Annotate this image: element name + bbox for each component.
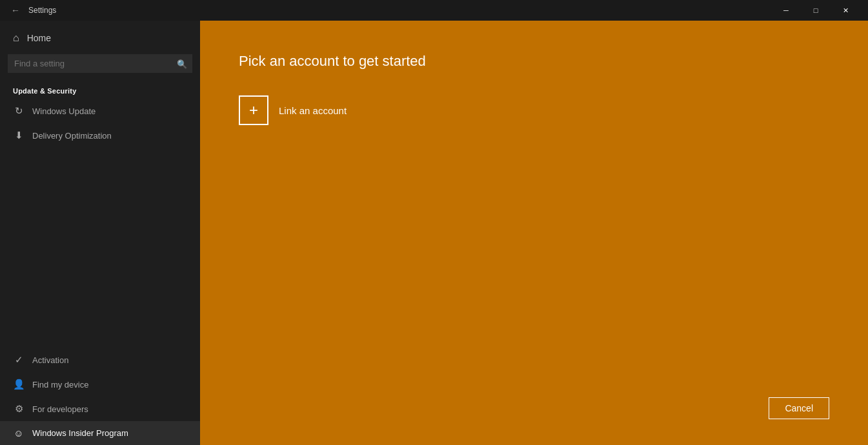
dialog-title: Pick an account to get started — [239, 53, 829, 70]
account-dialog: Pick an account to get started + Link an… — [200, 21, 868, 445]
add-account-icon: + — [239, 95, 268, 125]
sidebar-home-button[interactable]: ⌂ Home — [0, 26, 200, 50]
section-label: Update & Security — [0, 81, 200, 99]
back-button[interactable]: ← — [8, 3, 23, 18]
link-account-option[interactable]: + Link an account — [239, 95, 829, 125]
delivery-icon: ⬇ — [13, 130, 25, 141]
home-icon: ⌂ — [13, 32, 19, 44]
search-container: 🔍 — [8, 54, 192, 73]
home-label: Home — [27, 33, 51, 43]
search-input[interactable] — [8, 54, 192, 73]
app-title: Settings — [28, 6, 771, 15]
account-option-label: Link an account — [279, 105, 347, 116]
sidebar-item-windows-update[interactable]: ↻ Windows Update — [0, 99, 200, 123]
app-container: ⌂ Home 🔍 Update & Security ↻ Windows Upd… — [0, 21, 868, 445]
activation-icon: ✓ — [13, 354, 25, 366]
close-button[interactable]: ✕ — [831, 0, 860, 21]
sidebar-item-windows-insider[interactable]: ☺ Windows Insider Program — [0, 421, 200, 445]
windows-update-icon: ↻ — [13, 105, 25, 117]
titlebar: ← Settings ─ □ ✕ — [0, 0, 868, 21]
sidebar: ⌂ Home 🔍 Update & Security ↻ Windows Upd… — [0, 21, 200, 445]
sidebar-item-find-device[interactable]: 👤 Find my device — [0, 372, 200, 397]
dialog-footer: Cancel — [769, 397, 829, 419]
insider-icon: ☺ — [13, 428, 25, 439]
cancel-button[interactable]: Cancel — [769, 397, 829, 419]
sidebar-item-for-developers[interactable]: ⚙ For developers — [0, 397, 200, 421]
sidebar-item-label: Windows Update — [32, 106, 96, 116]
main-content: Windows Insider Program Your PC does not… — [200, 21, 868, 445]
sidebar-item-activation[interactable]: ✓ Activation — [0, 348, 200, 372]
maximize-button[interactable]: □ — [801, 0, 831, 21]
sidebar-item-label: For developers — [32, 404, 88, 414]
minimize-button[interactable]: ─ — [771, 0, 801, 21]
sidebar-item-label: Windows Insider Program — [32, 428, 128, 438]
sidebar-item-label: Delivery Optimization — [32, 131, 112, 141]
sidebar-item-label: Activation — [32, 355, 68, 365]
developers-icon: ⚙ — [13, 403, 25, 415]
search-icon: 🔍 — [177, 59, 187, 68]
sidebar-item-label: Find my device — [32, 380, 88, 390]
find-device-icon: 👤 — [13, 379, 25, 390]
sidebar-item-delivery-optimization[interactable]: ⬇ Delivery Optimization — [0, 123, 200, 148]
window-controls: ─ □ ✕ — [771, 0, 860, 21]
